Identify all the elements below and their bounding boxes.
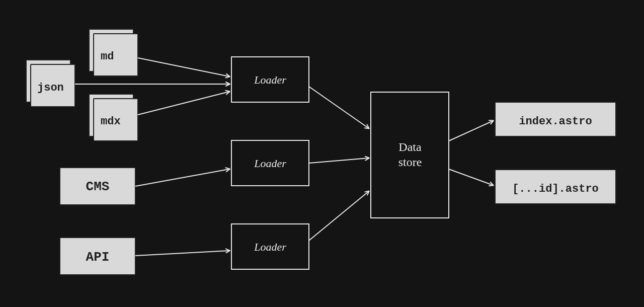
loader-b-label: Loader <box>254 157 286 170</box>
source-cms: CMS <box>60 168 135 205</box>
source-mdx: mdx <box>89 94 138 141</box>
arrow-store-to-index <box>449 121 493 141</box>
loader-a-label: Loader <box>254 73 286 86</box>
data-store-label-2: store <box>398 156 422 169</box>
arrow-loader-b-to-store <box>309 158 369 163</box>
loader-c-label: Loader <box>254 241 286 253</box>
page-id-label: [...id].astro <box>512 183 599 195</box>
source-api: API <box>60 238 135 275</box>
page-index: index.astro <box>495 102 616 136</box>
loader-b: Loader <box>231 140 309 186</box>
page-index-label: index.astro <box>519 115 592 128</box>
arrow-loader-a-to-store <box>309 87 369 128</box>
source-md: md <box>89 29 138 76</box>
arrow-md-to-loader-a <box>138 58 229 76</box>
loader-c: Loader <box>231 224 309 269</box>
source-api-label: API <box>86 250 110 265</box>
data-store: Data store <box>371 92 449 218</box>
data-store-label-1: Data <box>398 140 422 154</box>
arrow-mdx-to-loader-a <box>138 92 229 115</box>
source-mdx-label: mdx <box>101 115 121 128</box>
loader-a: Loader <box>231 57 309 102</box>
page-id: [...id].astro <box>495 170 616 204</box>
source-md-label: md <box>101 50 114 63</box>
source-cms-label: CMS <box>86 179 110 194</box>
arrow-loader-c-to-store <box>309 191 369 241</box>
arrow-api-to-loader-c <box>135 251 229 256</box>
source-json: json <box>26 60 75 107</box>
source-json-label: json <box>37 82 64 94</box>
svg-rect-11 <box>371 92 449 218</box>
arrow-store-to-id <box>449 169 493 185</box>
arrow-cms-to-loader-b <box>135 169 229 186</box>
